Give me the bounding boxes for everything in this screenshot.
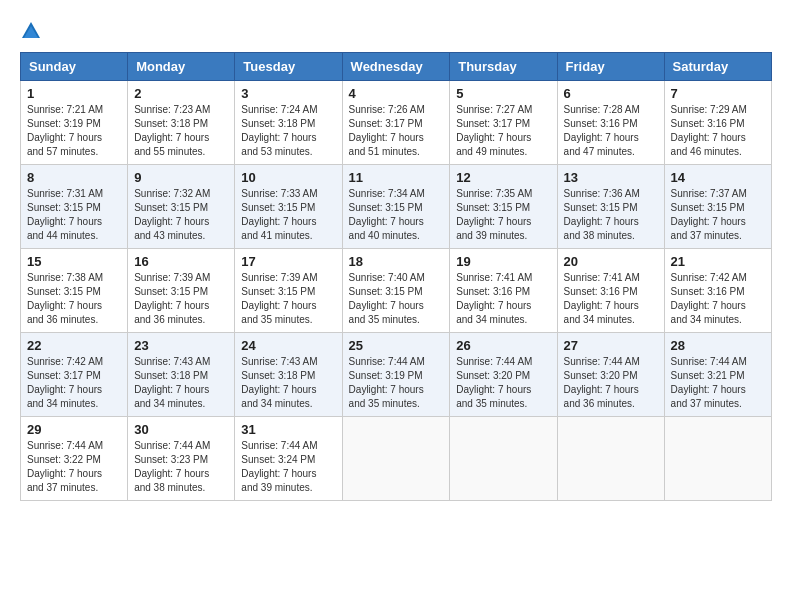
- calendar-day-26: 26Sunrise: 7:44 AMSunset: 3:20 PMDayligh…: [450, 333, 557, 417]
- day-info: Sunrise: 7:37 AMSunset: 3:15 PMDaylight:…: [671, 187, 765, 243]
- day-info: Sunrise: 7:44 AMSunset: 3:21 PMDaylight:…: [671, 355, 765, 411]
- col-header-wednesday: Wednesday: [342, 53, 450, 81]
- calendar-day-11: 11Sunrise: 7:34 AMSunset: 3:15 PMDayligh…: [342, 165, 450, 249]
- day-info: Sunrise: 7:44 AMSunset: 3:24 PMDaylight:…: [241, 439, 335, 495]
- day-number: 23: [134, 338, 228, 353]
- day-info: Sunrise: 7:39 AMSunset: 3:15 PMDaylight:…: [134, 271, 228, 327]
- day-number: 25: [349, 338, 444, 353]
- calendar-day-21: 21Sunrise: 7:42 AMSunset: 3:16 PMDayligh…: [664, 249, 771, 333]
- col-header-sunday: Sunday: [21, 53, 128, 81]
- day-info: Sunrise: 7:44 AMSunset: 3:19 PMDaylight:…: [349, 355, 444, 411]
- calendar-week-5: 29Sunrise: 7:44 AMSunset: 3:22 PMDayligh…: [21, 417, 772, 501]
- day-info: Sunrise: 7:29 AMSunset: 3:16 PMDaylight:…: [671, 103, 765, 159]
- day-number: 21: [671, 254, 765, 269]
- col-header-monday: Monday: [128, 53, 235, 81]
- day-number: 31: [241, 422, 335, 437]
- day-number: 9: [134, 170, 228, 185]
- day-info: Sunrise: 7:35 AMSunset: 3:15 PMDaylight:…: [456, 187, 550, 243]
- day-info: Sunrise: 7:28 AMSunset: 3:16 PMDaylight:…: [564, 103, 658, 159]
- col-header-friday: Friday: [557, 53, 664, 81]
- day-number: 20: [564, 254, 658, 269]
- calendar-day-13: 13Sunrise: 7:36 AMSunset: 3:15 PMDayligh…: [557, 165, 664, 249]
- day-number: 27: [564, 338, 658, 353]
- day-info: Sunrise: 7:44 AMSunset: 3:20 PMDaylight:…: [564, 355, 658, 411]
- day-number: 28: [671, 338, 765, 353]
- calendar-day-20: 20Sunrise: 7:41 AMSunset: 3:16 PMDayligh…: [557, 249, 664, 333]
- day-number: 16: [134, 254, 228, 269]
- day-number: 22: [27, 338, 121, 353]
- day-number: 2: [134, 86, 228, 101]
- calendar-header-row: SundayMondayTuesdayWednesdayThursdayFrid…: [21, 53, 772, 81]
- calendar-day-23: 23Sunrise: 7:43 AMSunset: 3:18 PMDayligh…: [128, 333, 235, 417]
- calendar-day-30: 30Sunrise: 7:44 AMSunset: 3:23 PMDayligh…: [128, 417, 235, 501]
- day-number: 29: [27, 422, 121, 437]
- day-info: Sunrise: 7:44 AMSunset: 3:20 PMDaylight:…: [456, 355, 550, 411]
- calendar-empty: [664, 417, 771, 501]
- day-info: Sunrise: 7:27 AMSunset: 3:17 PMDaylight:…: [456, 103, 550, 159]
- calendar-day-2: 2Sunrise: 7:23 AMSunset: 3:18 PMDaylight…: [128, 81, 235, 165]
- day-number: 17: [241, 254, 335, 269]
- page-header: [20, 20, 772, 42]
- day-number: 4: [349, 86, 444, 101]
- day-info: Sunrise: 7:21 AMSunset: 3:19 PMDaylight:…: [27, 103, 121, 159]
- calendar-day-1: 1Sunrise: 7:21 AMSunset: 3:19 PMDaylight…: [21, 81, 128, 165]
- day-info: Sunrise: 7:24 AMSunset: 3:18 PMDaylight:…: [241, 103, 335, 159]
- calendar-day-22: 22Sunrise: 7:42 AMSunset: 3:17 PMDayligh…: [21, 333, 128, 417]
- logo: [20, 20, 46, 42]
- day-info: Sunrise: 7:31 AMSunset: 3:15 PMDaylight:…: [27, 187, 121, 243]
- day-info: Sunrise: 7:42 AMSunset: 3:16 PMDaylight:…: [671, 271, 765, 327]
- calendar-week-2: 8Sunrise: 7:31 AMSunset: 3:15 PMDaylight…: [21, 165, 772, 249]
- col-header-thursday: Thursday: [450, 53, 557, 81]
- day-number: 8: [27, 170, 121, 185]
- calendar: SundayMondayTuesdayWednesdayThursdayFrid…: [20, 52, 772, 501]
- calendar-day-12: 12Sunrise: 7:35 AMSunset: 3:15 PMDayligh…: [450, 165, 557, 249]
- day-info: Sunrise: 7:44 AMSunset: 3:22 PMDaylight:…: [27, 439, 121, 495]
- day-number: 12: [456, 170, 550, 185]
- day-info: Sunrise: 7:34 AMSunset: 3:15 PMDaylight:…: [349, 187, 444, 243]
- day-info: Sunrise: 7:23 AMSunset: 3:18 PMDaylight:…: [134, 103, 228, 159]
- day-number: 3: [241, 86, 335, 101]
- calendar-empty: [342, 417, 450, 501]
- day-info: Sunrise: 7:44 AMSunset: 3:23 PMDaylight:…: [134, 439, 228, 495]
- day-number: 5: [456, 86, 550, 101]
- day-info: Sunrise: 7:39 AMSunset: 3:15 PMDaylight:…: [241, 271, 335, 327]
- day-info: Sunrise: 7:32 AMSunset: 3:15 PMDaylight:…: [134, 187, 228, 243]
- day-number: 26: [456, 338, 550, 353]
- day-number: 7: [671, 86, 765, 101]
- day-number: 18: [349, 254, 444, 269]
- calendar-week-4: 22Sunrise: 7:42 AMSunset: 3:17 PMDayligh…: [21, 333, 772, 417]
- day-number: 14: [671, 170, 765, 185]
- day-number: 15: [27, 254, 121, 269]
- calendar-day-8: 8Sunrise: 7:31 AMSunset: 3:15 PMDaylight…: [21, 165, 128, 249]
- calendar-day-18: 18Sunrise: 7:40 AMSunset: 3:15 PMDayligh…: [342, 249, 450, 333]
- calendar-day-24: 24Sunrise: 7:43 AMSunset: 3:18 PMDayligh…: [235, 333, 342, 417]
- calendar-empty: [557, 417, 664, 501]
- calendar-day-10: 10Sunrise: 7:33 AMSunset: 3:15 PMDayligh…: [235, 165, 342, 249]
- calendar-day-19: 19Sunrise: 7:41 AMSunset: 3:16 PMDayligh…: [450, 249, 557, 333]
- day-info: Sunrise: 7:43 AMSunset: 3:18 PMDaylight:…: [134, 355, 228, 411]
- day-number: 10: [241, 170, 335, 185]
- calendar-day-5: 5Sunrise: 7:27 AMSunset: 3:17 PMDaylight…: [450, 81, 557, 165]
- calendar-day-9: 9Sunrise: 7:32 AMSunset: 3:15 PMDaylight…: [128, 165, 235, 249]
- day-info: Sunrise: 7:43 AMSunset: 3:18 PMDaylight:…: [241, 355, 335, 411]
- calendar-day-7: 7Sunrise: 7:29 AMSunset: 3:16 PMDaylight…: [664, 81, 771, 165]
- calendar-day-27: 27Sunrise: 7:44 AMSunset: 3:20 PMDayligh…: [557, 333, 664, 417]
- day-number: 13: [564, 170, 658, 185]
- calendar-day-31: 31Sunrise: 7:44 AMSunset: 3:24 PMDayligh…: [235, 417, 342, 501]
- day-info: Sunrise: 7:41 AMSunset: 3:16 PMDaylight:…: [456, 271, 550, 327]
- day-number: 30: [134, 422, 228, 437]
- day-number: 24: [241, 338, 335, 353]
- calendar-day-14: 14Sunrise: 7:37 AMSunset: 3:15 PMDayligh…: [664, 165, 771, 249]
- day-info: Sunrise: 7:33 AMSunset: 3:15 PMDaylight:…: [241, 187, 335, 243]
- day-number: 6: [564, 86, 658, 101]
- col-header-saturday: Saturday: [664, 53, 771, 81]
- calendar-day-28: 28Sunrise: 7:44 AMSunset: 3:21 PMDayligh…: [664, 333, 771, 417]
- logo-icon: [20, 20, 42, 42]
- day-info: Sunrise: 7:41 AMSunset: 3:16 PMDaylight:…: [564, 271, 658, 327]
- calendar-day-6: 6Sunrise: 7:28 AMSunset: 3:16 PMDaylight…: [557, 81, 664, 165]
- calendar-day-29: 29Sunrise: 7:44 AMSunset: 3:22 PMDayligh…: [21, 417, 128, 501]
- day-number: 11: [349, 170, 444, 185]
- calendar-day-25: 25Sunrise: 7:44 AMSunset: 3:19 PMDayligh…: [342, 333, 450, 417]
- day-info: Sunrise: 7:36 AMSunset: 3:15 PMDaylight:…: [564, 187, 658, 243]
- col-header-tuesday: Tuesday: [235, 53, 342, 81]
